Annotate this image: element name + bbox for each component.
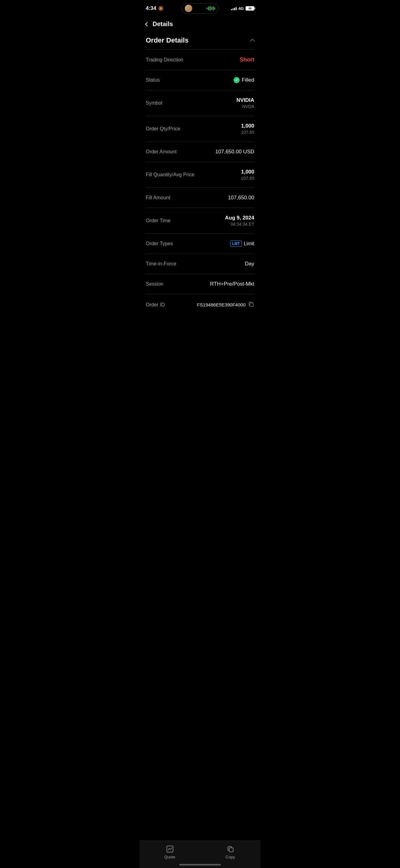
collapse-icon[interactable] <box>250 39 255 44</box>
status-label: Status <box>146 77 160 83</box>
trading-direction-label: Trading Direction <box>146 57 183 63</box>
order-time-label: Order Time <box>146 218 171 223</box>
svg-rect-0 <box>250 303 253 306</box>
lmt-badge: LMT <box>230 241 242 247</box>
order-qty-row: Order Qty/Price 1,000 107.65 <box>139 116 261 142</box>
session-label: Session <box>146 281 163 287</box>
time-in-force-value: Day <box>245 261 254 267</box>
fill-qty-value: 1,000 107.65 <box>241 169 254 181</box>
battery-icon: 38 <box>245 6 254 10</box>
signal-icon <box>231 6 237 10</box>
status-right: 4G 38 <box>231 6 254 11</box>
time-display: 4:34 <box>146 5 156 11</box>
time-in-force-row: Time-in-Force Day <box>139 254 261 274</box>
section-header: Order Details <box>139 30 261 49</box>
symbol-label: Symbol <box>146 100 162 106</box>
trading-direction-row: Trading Direction Short <box>139 50 261 70</box>
dynamic-island-widget <box>181 3 219 14</box>
network-type: 4G <box>238 6 244 11</box>
order-amount-label: Order Amount <box>146 149 177 155</box>
nav-header: Details <box>139 16 261 30</box>
order-time-value: Aug 9, 2024 04:34:34 ET <box>225 215 255 227</box>
session-value: RTH+Pre/Post-Mkt <box>210 281 254 287</box>
back-button[interactable] <box>146 23 149 26</box>
status-row: Status Filled <box>139 70 261 90</box>
order-id-value: FS19486E5E390F4000 <box>197 301 254 308</box>
waveform-icon <box>206 6 215 11</box>
order-amount-row: Order Amount 107,650.00 USD <box>139 142 261 162</box>
fill-amount-value: 107,650.00 <box>228 195 254 201</box>
order-time-row: Order Time Aug 9, 2024 04:34:34 ET <box>139 208 261 234</box>
fill-amount-label: Fill Amount <box>146 195 170 200</box>
section-title: Order Details <box>146 36 189 44</box>
order-types-value: LMT Limit <box>230 241 254 247</box>
filled-check-icon <box>233 77 240 83</box>
copy-order-id-icon[interactable] <box>248 301 254 308</box>
order-qty-value: 1,000 107.65 <box>241 123 254 135</box>
order-details-section: Order Details Trading Direction Short St… <box>139 30 261 315</box>
status-value: Filled <box>233 77 254 83</box>
order-types-text: Limit <box>244 241 254 247</box>
back-chevron-icon <box>145 22 149 26</box>
fill-qty-label: Fill Quantity/Avg Price <box>146 172 194 178</box>
order-id-text: FS19486E5E390F4000 <box>197 302 245 307</box>
order-qty-label: Order Qty/Price <box>146 126 180 132</box>
order-types-label: Order Types <box>146 241 173 247</box>
symbol-row: Symbol NVIDIA NVDA <box>139 90 261 116</box>
symbol-value: NVIDIA NVDA <box>236 97 254 109</box>
page-title: Details <box>153 21 173 28</box>
time-in-force-label: Time-in-Force <box>146 261 176 267</box>
order-types-row: Order Types LMT Limit <box>139 234 261 254</box>
order-id-label: Order ID <box>146 302 165 308</box>
mute-icon: 🔕 <box>158 6 163 11</box>
fill-amount-row: Fill Amount 107,650.00 <box>139 188 261 208</box>
trading-direction-value: Short <box>240 57 254 63</box>
order-amount-value: 107,650.00 USD <box>215 149 254 155</box>
order-id-row: Order ID FS19486E5E390F4000 <box>139 294 261 315</box>
fill-qty-row: Fill Quantity/Avg Price 1,000 107.65 <box>139 162 261 187</box>
status-time: 4:34 🔕 <box>146 5 163 11</box>
island-avatar <box>185 5 192 12</box>
session-row: Session RTH+Pre/Post-Mkt <box>139 274 261 294</box>
